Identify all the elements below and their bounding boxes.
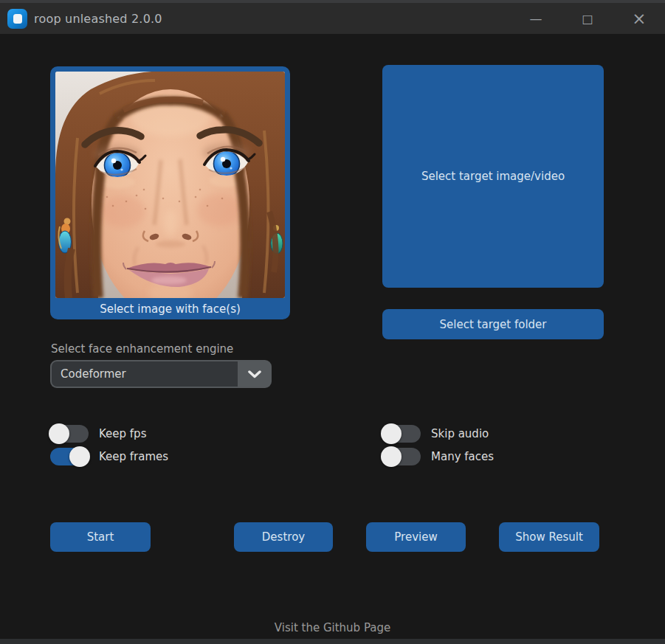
toggle-many-faces[interactable] (382, 448, 421, 465)
skip-audio-row: Skip audio (382, 423, 489, 444)
keep-frames-label: Keep frames (99, 450, 168, 463)
toggle-keep-fps[interactable] (50, 425, 89, 443)
many-faces-label: Many faces (431, 450, 494, 463)
toggle-knob[interactable] (381, 446, 402, 467)
toggle-knob[interactable] (381, 423, 402, 444)
select-target-button[interactable]: Select target image/video (382, 65, 604, 288)
source-face-image[interactable] (55, 72, 285, 298)
window-controls: — □ × (510, 3, 665, 34)
chevron-down-icon[interactable] (238, 360, 272, 388)
select-face-button[interactable]: Select image with face(s) (50, 298, 290, 319)
close-icon[interactable]: × (613, 3, 665, 34)
bottom-edge-strip (0, 639, 665, 644)
keep-fps-row: Keep fps (50, 423, 146, 444)
minimize-icon[interactable]: — (510, 3, 562, 34)
enhancement-engine-label: Select face enhancement engine (51, 342, 233, 356)
skip-audio-label: Skip audio (431, 427, 489, 440)
source-image-panel[interactable]: Select image with face(s) (50, 66, 290, 319)
window-title: roop unleashed 2.0.0 (34, 12, 162, 26)
maximize-icon[interactable]: □ (562, 3, 613, 34)
app-window: roop unleashed 2.0.0 — □ × (0, 0, 665, 644)
app-icon (7, 9, 27, 29)
start-button[interactable]: Start (50, 522, 151, 552)
many-faces-row: Many faces (382, 446, 494, 467)
preview-button[interactable]: Preview (366, 522, 466, 552)
show-result-button[interactable]: Show Result (499, 522, 599, 552)
enhancement-engine-dropdown[interactable]: Codeformer (50, 360, 272, 388)
keep-fps-label: Keep fps (99, 427, 146, 440)
destroy-button[interactable]: Destroy (234, 522, 333, 552)
dropdown-selected-value: Codeformer (52, 361, 238, 387)
woman-portrait-illustration (55, 72, 285, 298)
github-page-link[interactable]: Visit the Github Page (0, 621, 665, 634)
keep-frames-row: Keep frames (50, 446, 168, 467)
toggle-knob[interactable] (69, 446, 90, 467)
toggle-knob[interactable] (49, 423, 69, 444)
select-target-folder-button[interactable]: Select target folder (382, 309, 604, 339)
toggle-skip-audio[interactable] (382, 425, 421, 443)
toggle-keep-frames[interactable] (50, 448, 89, 465)
titlebar[interactable]: roop unleashed 2.0.0 — □ × (0, 3, 665, 34)
